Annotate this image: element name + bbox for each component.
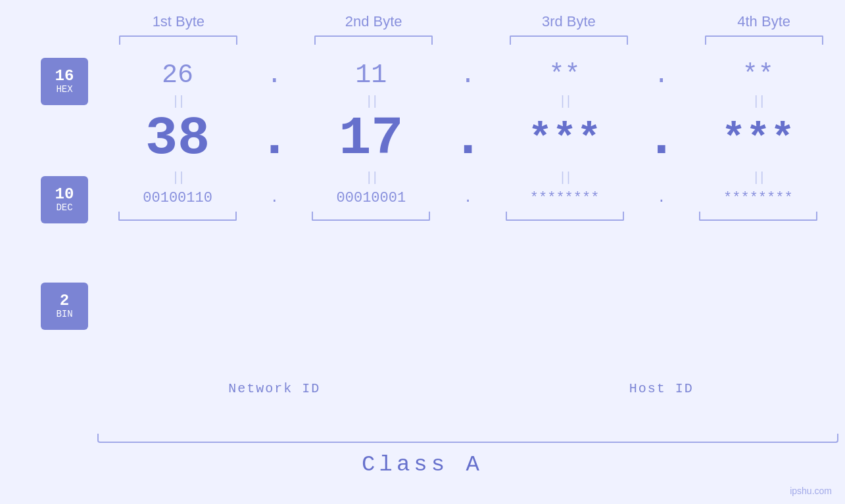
equals-row-1: || || || || bbox=[97, 93, 838, 110]
byte1-header: 1st Byte bbox=[97, 13, 260, 30]
bin-badge: 2 BIN bbox=[41, 283, 88, 330]
bin-b4: ******** bbox=[678, 190, 838, 206]
hex-dot2: . bbox=[452, 60, 485, 90]
dec-b4: *** bbox=[678, 119, 838, 160]
dec-b2: 17 bbox=[291, 112, 451, 166]
bin-row: 00100110 . 00010001 . ******** . *******… bbox=[97, 190, 838, 206]
equals-row-2: || || || || bbox=[97, 169, 838, 186]
bin-b2: 00010001 bbox=[291, 190, 451, 206]
main-container: 1st Byte 2nd Byte 3rd Byte 4th Byte 16 bbox=[0, 0, 845, 504]
dec-name: DEC bbox=[56, 202, 72, 213]
base-badges-column: 16 HEX 10 DEC 2 BIN bbox=[0, 49, 97, 330]
dec-dot3: . bbox=[645, 112, 678, 166]
byte4-header: 4th Byte bbox=[683, 13, 845, 30]
hex-name: HEX bbox=[56, 84, 72, 95]
hex-dot3: . bbox=[645, 60, 678, 90]
dec-badge: 10 DEC bbox=[41, 176, 88, 223]
bin-b3: ******** bbox=[485, 190, 645, 206]
eq1-b3: || bbox=[485, 94, 645, 109]
byte2-header: 2nd Byte bbox=[293, 13, 455, 30]
class-label: Class A bbox=[0, 452, 845, 477]
hex-dot1: . bbox=[258, 60, 291, 90]
id-labels-row: Network ID Host ID bbox=[97, 381, 838, 396]
eq2-b3: || bbox=[485, 170, 645, 185]
dec-b3: *** bbox=[485, 119, 645, 160]
byte-headers: 1st Byte 2nd Byte 3rd Byte 4th Byte bbox=[0, 0, 845, 30]
class-bracket-line bbox=[97, 434, 838, 443]
watermark: ipshu.com bbox=[790, 486, 832, 496]
network-id-label: Network ID bbox=[97, 381, 452, 396]
bracket-byte2-top bbox=[314, 35, 433, 45]
hex-b1: 26 bbox=[97, 60, 258, 90]
eq1-b4: || bbox=[678, 94, 838, 109]
dec-dot2: . bbox=[452, 112, 485, 166]
host-id-label: Host ID bbox=[485, 381, 839, 396]
eq2-b2: || bbox=[291, 170, 451, 185]
hex-b2: 11 bbox=[291, 60, 451, 90]
bracket-b3-bottom bbox=[506, 212, 624, 221]
bottom-brackets bbox=[97, 212, 838, 221]
bin-dot2: . bbox=[452, 190, 485, 206]
bracket-b4-bottom bbox=[699, 212, 817, 221]
bracket-b1-bottom bbox=[118, 212, 237, 221]
eq2-b1: || bbox=[97, 170, 258, 185]
hex-number: 16 bbox=[55, 68, 74, 84]
class-bracket bbox=[97, 434, 838, 443]
hex-b3: ** bbox=[485, 60, 645, 90]
byte3-header: 3rd Byte bbox=[488, 13, 650, 30]
dec-number: 10 bbox=[55, 187, 74, 202]
hex-row: 26 . 11 . ** . ** bbox=[97, 60, 838, 90]
top-brackets bbox=[97, 35, 845, 45]
bin-number: 2 bbox=[60, 293, 69, 309]
dec-b1: 38 bbox=[97, 112, 258, 166]
bin-b1: 00100110 bbox=[97, 190, 258, 206]
bracket-b2-bottom bbox=[312, 212, 430, 221]
bracket-byte3-top bbox=[510, 35, 628, 45]
eq1-b1: || bbox=[97, 94, 258, 109]
bracket-byte1-top bbox=[119, 35, 237, 45]
ip-data: 26 . 11 . ** . ** || || || || 38 bbox=[97, 49, 845, 223]
eq1-b2: || bbox=[291, 94, 451, 109]
dec-row: 38 . 17 . *** . *** bbox=[97, 112, 838, 166]
dec-dot1: . bbox=[258, 112, 291, 166]
eq2-b4: || bbox=[678, 170, 838, 185]
hex-b4: ** bbox=[678, 60, 838, 90]
bin-name: BIN bbox=[56, 309, 72, 319]
bracket-byte4-top bbox=[705, 35, 823, 45]
bin-dot1: . bbox=[258, 190, 291, 206]
bin-dot3: . bbox=[645, 190, 678, 206]
hex-badge: 16 HEX bbox=[41, 58, 88, 105]
